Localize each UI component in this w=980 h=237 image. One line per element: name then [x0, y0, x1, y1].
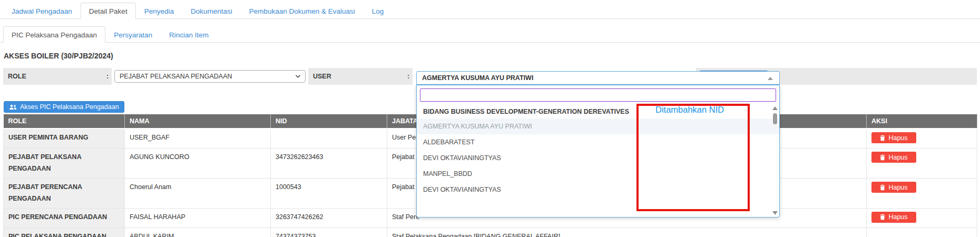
- tab-pembukaan-dokumen-evaluasi[interactable]: Pembukaan Dokumen & Evaluasi: [241, 3, 364, 19]
- tab-log[interactable]: Log: [364, 3, 393, 19]
- tab-dokumentasi[interactable]: Dokumentasi: [182, 3, 241, 19]
- trash-icon: [880, 184, 885, 191]
- user-label: USER: [308, 68, 404, 85]
- delete-button-label: Hapus: [888, 213, 907, 221]
- access-pic-button[interactable]: Akses PIC Pelaksana Pengadaan: [4, 101, 124, 113]
- role-select[interactable]: PEJABAT PELAKSANA PENGADAAN: [114, 70, 306, 83]
- delete-button[interactable]: Hapus: [871, 152, 916, 163]
- user-option[interactable]: MANPEL_BBDD: [417, 166, 779, 182]
- user-select[interactable]: AGMERTYA KUSUMA AYU PRATIWI: [416, 71, 780, 85]
- tab-detail-paket[interactable]: Detail Paket: [81, 3, 136, 19]
- user-option[interactable]: ALDEBARATEST: [417, 134, 779, 150]
- cell-nama: USER_BGAF: [125, 129, 271, 149]
- cell-nid: [271, 129, 387, 149]
- role-label: ROLE: [3, 68, 103, 85]
- subtab-pic-pelaksana-pengadaan[interactable]: PIC Pelaksana Pengadaan: [3, 26, 105, 43]
- header-nama: NAMA: [125, 114, 271, 129]
- cell-nid: 74374373753: [271, 228, 387, 237]
- user-option[interactable]: DEVI OKTAVIANINGTYAS: [417, 182, 779, 197]
- cell-role: PEJABAT PERENCANA PENGADAAN: [4, 179, 125, 209]
- cell-nama: FAISAL HARAHAP: [125, 208, 271, 228]
- scrollbar-thumb[interactable]: [773, 113, 777, 124]
- user-separator: :: [404, 68, 413, 85]
- cell-nama: AGUNG KUNCORO: [125, 149, 271, 179]
- role-select-cell: PEJABAT PELAKSANA PENGADAAN: [112, 68, 308, 85]
- page-title: AKSES BOILER (30/PJB2/2024): [4, 52, 980, 60]
- cell-nid: 1000543: [271, 179, 387, 209]
- user-search-input[interactable]: [420, 88, 776, 102]
- user-search-box: [420, 88, 776, 102]
- cell-nama: ABDUL KARIM: [125, 228, 271, 237]
- user-option[interactable]: AGMERTYA KUSUMA AYU PRATIWI: [417, 118, 779, 134]
- role-select-value: PEJABAT PELAKSANA PENGADAAN: [120, 73, 232, 80]
- header-role: ROLE: [4, 114, 125, 129]
- user-dropdown-panel: BIDANG BUSINESS DEVELOPMENT-GENERATION D…: [416, 85, 780, 218]
- main-tab-bar: Jadwal Pengadaan Detail Paket Penyedia D…: [0, 0, 980, 19]
- cell-aksi: Hapus: [867, 179, 977, 209]
- header-aksi: AKSI: [867, 114, 977, 129]
- tab-jadwal-pengadaan[interactable]: Jadwal Pengadaan: [3, 3, 81, 19]
- cell-role: PIC PELAKSANA PENGADAAN: [4, 228, 125, 237]
- cell-aksi: Hapus: [867, 149, 977, 179]
- option-group-label: BIDANG BUSINESS DEVELOPMENT-GENERATION D…: [417, 103, 779, 118]
- chevron-down-icon: [296, 75, 300, 78]
- users-icon: [9, 104, 17, 110]
- delete-button-label: Hapus: [888, 184, 907, 191]
- cell-role: PEJABAT PELAKSANA PENGADAAN: [4, 149, 125, 179]
- scroll-up-icon[interactable]: [772, 106, 778, 110]
- subtab-rincian-item[interactable]: Rincian Item: [161, 26, 217, 43]
- trash-icon: [880, 154, 885, 161]
- cell-aksi: [867, 228, 977, 237]
- delete-button[interactable]: Hapus: [871, 182, 916, 193]
- cell-nama: Choerul Anam: [125, 179, 271, 209]
- scroll-down-icon[interactable]: [772, 211, 778, 215]
- user-select-value: AGMERTYA KUSUMA AYU PRATIWI: [422, 74, 533, 82]
- delete-button-label: Hapus: [888, 154, 907, 161]
- cell-aksi: Hapus: [867, 208, 977, 228]
- cell-aksi: Hapus: [867, 129, 977, 149]
- cell-role: PIC PERENCANA PENGADAAN: [4, 208, 125, 228]
- trash-icon: [880, 135, 885, 141]
- user-option[interactable]: DEVI OKTAVIANINGTYAS: [417, 150, 779, 166]
- header-nid: NID: [271, 114, 387, 129]
- subtab-persyaratan[interactable]: Persyaratan: [105, 26, 161, 43]
- chevron-up-icon: [768, 77, 773, 80]
- trash-icon: [880, 214, 885, 220]
- delete-button-label: Hapus: [888, 134, 907, 142]
- tab-penyedia[interactable]: Penyedia: [136, 3, 182, 19]
- cell-nid: 3473262623463: [271, 149, 387, 179]
- user-dropdown: AGMERTYA KUSUMA AYU PRATIWI BIDANG BUSIN…: [416, 71, 780, 218]
- delete-button[interactable]: Hapus: [871, 132, 916, 143]
- cell-role: USER PEMINTA BARANG: [4, 129, 125, 149]
- user-options-list: BIDANG BUSINESS DEVELOPMENT-GENERATION D…: [417, 103, 779, 197]
- dropdown-scrollbar[interactable]: [771, 106, 778, 215]
- table-row: PIC PELAKSANA PENGADAAN ABDUL KARIM 7437…: [4, 228, 977, 237]
- access-pic-button-label: Akses PIC Pelaksana Pengadaan: [20, 103, 119, 111]
- cell-nid: 3263747426262: [271, 208, 387, 228]
- cell-jabatan: Staf Pelaksana Pengadaan [BIDANG GENERAL…: [387, 228, 867, 237]
- delete-button[interactable]: Hapus: [871, 212, 916, 223]
- role-separator: :: [103, 68, 112, 85]
- sub-tab-bar: PIC Pelaksana Pengadaan Persyaratan Rinc…: [0, 24, 980, 43]
